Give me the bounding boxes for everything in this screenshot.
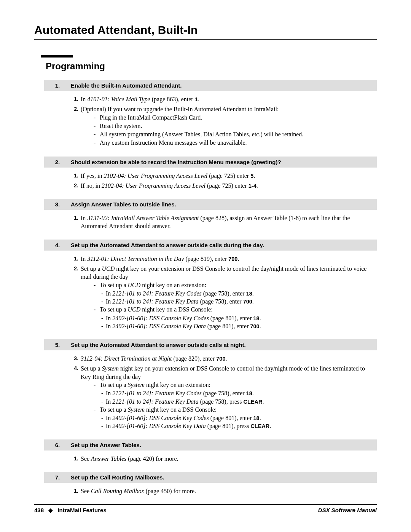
- title-divider: [34, 39, 377, 40]
- dash-item: In 2402-[01-60]: DSS Console Key Codes (…: [101, 414, 373, 422]
- ordered-list: 1.In 3112-01: Direct Termination in the …: [71, 255, 373, 330]
- step: 5.Set up the Automated Attendant to answ…: [44, 339, 377, 430]
- dash-item-text: All system programming (Answer Tables, D…: [100, 130, 373, 138]
- dash-item: Plug in the IntraMail CompactFlash Card.: [94, 113, 373, 121]
- dash-item: In 2121-[01 to 24]: Feature Key Codes (p…: [101, 289, 373, 297]
- list-item: 1.See Call Routing Mailbox (page 450) fo…: [71, 487, 373, 495]
- footer-section-name: IntraMail Features: [57, 507, 106, 513]
- footer-diamond-icon: ◆: [48, 507, 53, 513]
- decoration-thick-bar: [41, 55, 73, 58]
- footer-page-number: 438: [34, 507, 44, 513]
- bold-text: 1: [195, 96, 198, 102]
- dash-item: To set up a UCD night key on an extensio…: [94, 281, 373, 289]
- sub-sub-list: In 2121-[01 to 24]: Feature Key Codes (p…: [94, 389, 373, 406]
- dash-item-text: Reset the system.: [100, 122, 373, 130]
- bold-text: CLEAR: [250, 423, 269, 429]
- list-item-text: In 3112-01: Direct Termination in the Da…: [81, 255, 373, 263]
- step: 3.Assign Answer Tables to outside lines.…: [44, 199, 377, 230]
- step-header: 5.Set up the Automated Attendant to answ…: [44, 339, 377, 350]
- dash-item: In 2121-[01 to 24]: Feature Key Codes (p…: [101, 389, 373, 397]
- step-header: 4.Set up the Automated Attendant to answ…: [44, 240, 377, 251]
- step-body: 1.See Answer Tables (page 420) for more.: [44, 451, 377, 463]
- list-item-number: 1.: [71, 214, 81, 230]
- step-label: Enable the Built-In Automated Attendant.: [71, 80, 377, 91]
- bold-text: 700: [216, 356, 225, 362]
- ordered-list: 1.In 4101-01: Voice Mail Type (page 863)…: [71, 95, 373, 147]
- dash-item: In 2121-[01 to 24]: Feature Key Data (pa…: [101, 398, 373, 406]
- list-item: 2.If no, in 2102-04: User Programming Ac…: [71, 182, 373, 190]
- dash-item-text: To set up a UCD night key on a DSS Conso…: [100, 305, 373, 313]
- step-header: 1.Enable the Built-In Automated Attendan…: [44, 80, 377, 91]
- list-item-number: 2.: [71, 265, 81, 330]
- dash-item-text: In 2121-[01 to 24]: Feature Key Data (pa…: [106, 398, 373, 406]
- step-body: 1.In 3131-02: IntraMail Answer Table Ass…: [44, 210, 377, 230]
- bold-text: 700: [250, 323, 259, 329]
- italic-text: UCD: [128, 282, 141, 288]
- dash-item-text: In 2121-[01 to 24]: Feature Key Codes (p…: [106, 389, 373, 397]
- step-header: 3.Assign Answer Tables to outside lines.: [44, 199, 377, 210]
- list-item: 1.See Answer Tables (page 420) for more.: [71, 455, 373, 463]
- section-title: Programming: [46, 61, 377, 72]
- italic-text: 2121-[01 to 24]: Feature Key Data: [112, 298, 198, 305]
- step-label: Assign Answer Tables to outside lines.: [71, 199, 377, 210]
- step-number: 3.: [44, 199, 71, 210]
- list-item: 3.3112-04: Direct Termination at Night (…: [71, 355, 373, 363]
- list-item-text: In 3131-02: IntraMail Answer Table Assig…: [81, 214, 373, 230]
- italic-text: 3112-01: Direct Termination in the Day: [87, 256, 184, 262]
- section-decoration: [34, 54, 377, 58]
- italic-text: 3131-02: IntraMail Answer Table Assignme…: [87, 215, 199, 221]
- dash-item-text: In 2402-[01-60]: DSS Console Key Codes (…: [106, 314, 373, 322]
- list-item-number: 3.: [71, 355, 81, 363]
- dash-item-text: Any custom Instruction Menu messages wil…: [100, 139, 373, 147]
- step-header: 7.Set up the Call Routing Mailboxes.: [44, 472, 377, 483]
- list-item: 2.Set up a UCD night key on your extensi…: [71, 265, 373, 330]
- dash-item-text: To set up a UCD night key on an extensio…: [100, 281, 373, 289]
- list-item-number: 1.: [71, 95, 81, 103]
- step: 2.Should extension be able to record the…: [44, 157, 377, 190]
- dash-item: In 2402-[01-60]: DSS Console Key Data (p…: [101, 322, 373, 330]
- italic-text: 2402-[01-60]: DSS Console Key Data: [112, 323, 206, 329]
- bold-text: 18: [246, 291, 252, 297]
- footer-divider: [34, 504, 377, 505]
- step: 6.Set up the Answer Tables.1.See Answer …: [44, 439, 377, 463]
- ordered-list: 1.See Answer Tables (page 420) for more.: [71, 455, 373, 463]
- list-item-number: 1.: [71, 487, 81, 495]
- dash-item-text: In 2402-[01-60]: DSS Console Key Data (p…: [106, 322, 373, 330]
- list-item-text: 3112-04: Direct Termination at Night (pa…: [81, 355, 373, 363]
- step: 1.Enable the Built-In Automated Attendan…: [44, 80, 377, 147]
- list-item-text: See Answer Tables (page 420) for more.: [81, 455, 373, 463]
- step-number: 1.: [44, 80, 71, 91]
- step: 7.Set up the Call Routing Mailboxes.1.Se…: [44, 472, 377, 495]
- step-label: Set up the Automated Attendant to answer…: [71, 240, 377, 251]
- step-number: 5.: [44, 339, 71, 350]
- list-item-text: In 4101-01: Voice Mail Type (page 863), …: [81, 95, 373, 103]
- list-item-number: 1.: [71, 172, 81, 180]
- list-item: 1.In 3112-01: Direct Termination in the …: [71, 255, 373, 263]
- dash-item: To set up a System night key on an exten…: [94, 381, 373, 389]
- manual-page: Automated Attendant, Built-In Programmin…: [0, 0, 411, 532]
- step-body: 1.In 4101-01: Voice Mail Type (page 863)…: [44, 91, 377, 147]
- step-body: 1.See Call Routing Mailbox (page 450) fo…: [44, 483, 377, 495]
- dash-item: In 2402-[01-60]: DSS Console Key Codes (…: [101, 314, 373, 322]
- bold-text: CLEAR: [244, 399, 263, 405]
- dash-item: Any custom Instruction Menu messages wil…: [94, 139, 373, 147]
- dash-item-text: In 2402-[01-60]: DSS Console Key Data (p…: [106, 422, 373, 430]
- bold-text: 18: [253, 415, 259, 421]
- bold-text: 700: [243, 299, 252, 305]
- step-label: Set up the Automated Attendant to answer…: [71, 339, 377, 350]
- italic-text: System: [102, 365, 119, 372]
- step-label: Set up the Call Routing Mailboxes.: [71, 472, 377, 483]
- dash-item-text: To set up a System night key on a DSS Co…: [100, 406, 373, 414]
- sub-sub-list: In 2121-[01 to 24]: Feature Key Codes (p…: [94, 289, 373, 306]
- page-footer: 438 ◆ IntraMail Features DSX Software Ma…: [34, 504, 377, 514]
- italic-text: 2121-[01 to 24]: Feature Key Codes: [112, 390, 201, 396]
- footer-manual-name: DSX Software Manual: [318, 507, 377, 514]
- step: 4.Set up the Automated Attendant to answ…: [44, 240, 377, 330]
- italic-text: 2121-[01 to 24]: Feature Key Data: [112, 398, 198, 405]
- sub-sub-list: In 2402-[01-60]: DSS Console Key Codes (…: [94, 414, 373, 430]
- bold-text: 1-4: [249, 183, 256, 189]
- bold-text: 5: [250, 173, 253, 179]
- list-item-number: 4.: [71, 364, 81, 430]
- ordered-list: 1.In 3131-02: IntraMail Answer Table Ass…: [71, 214, 373, 230]
- list-item-text: Set up a UCD night key on your extension…: [81, 265, 373, 330]
